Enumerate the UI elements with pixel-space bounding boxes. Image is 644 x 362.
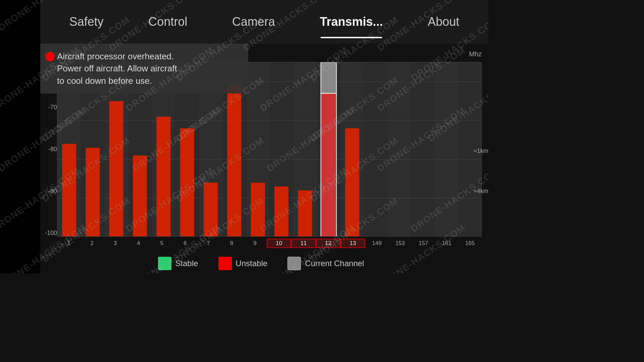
x-tick-4: 4 xyxy=(127,240,150,247)
y-tick-70: -70 xyxy=(48,104,57,111)
stable-label: Stable xyxy=(175,259,198,268)
x-tick-2: 2 xyxy=(80,240,103,247)
x-tick-12: 12 xyxy=(316,239,340,248)
x-tick-3: 3 xyxy=(104,240,127,247)
svg-rect-15 xyxy=(86,148,100,236)
nav-camera[interactable]: Camera xyxy=(225,11,282,32)
nav-safety[interactable]: Safety xyxy=(63,11,110,32)
nav-about[interactable]: About xyxy=(421,11,466,32)
x-tick-149: 149 xyxy=(365,240,388,247)
x-tick-153: 153 xyxy=(388,240,412,247)
alert-banner: Aircraft processor overheated. Power off… xyxy=(40,44,248,94)
nav-control[interactable]: Control xyxy=(142,11,194,32)
svg-rect-18 xyxy=(156,117,170,236)
nav-bar: Safety Control Camera Transmis... About xyxy=(40,0,488,44)
x-axis: 12345678910111213149153157161165 xyxy=(57,237,482,250)
legend-unstable: Unstable xyxy=(218,257,268,270)
legend-stable: Stable xyxy=(158,257,198,270)
x-tick-10: 10 xyxy=(267,239,291,248)
y-tick-90: -90 xyxy=(48,188,57,195)
range-1km-label: ≈1km xyxy=(474,147,488,155)
x-tick-1: 1 xyxy=(57,240,80,247)
mhz-label: Mhz xyxy=(469,50,482,58)
svg-rect-14 xyxy=(62,144,76,236)
x-tick-11: 11 xyxy=(291,239,316,248)
svg-rect-12 xyxy=(388,62,411,236)
x-tick-13: 13 xyxy=(340,239,365,248)
svg-rect-23 xyxy=(274,186,288,236)
x-tick-6: 6 xyxy=(173,240,197,247)
svg-rect-20 xyxy=(204,183,218,236)
x-tick-165: 165 xyxy=(458,240,481,247)
stable-swatch xyxy=(158,257,171,270)
svg-rect-22 xyxy=(251,183,265,236)
x-tick-161: 161 xyxy=(435,240,458,247)
current-label: Current Channel xyxy=(305,259,364,268)
x-tick-9: 9 xyxy=(244,240,267,247)
svg-rect-27 xyxy=(345,128,359,236)
current-swatch xyxy=(287,257,301,270)
svg-rect-19 xyxy=(180,128,194,236)
legend-current: Current Channel xyxy=(287,257,364,270)
svg-rect-16 xyxy=(109,101,123,236)
range-4km-label: ≈4km xyxy=(474,188,488,195)
svg-rect-26 xyxy=(321,94,336,236)
y-tick-100: -100 xyxy=(45,230,57,237)
legend: Stable Unstable Current Channel xyxy=(40,257,482,270)
nav-transmission[interactable]: Transmis... xyxy=(313,11,390,32)
svg-rect-25 xyxy=(321,62,336,94)
svg-rect-13 xyxy=(435,62,458,236)
svg-rect-21 xyxy=(227,85,241,236)
unstable-swatch xyxy=(218,257,232,270)
x-tick-8: 8 xyxy=(220,240,243,247)
unstable-label: Unstable xyxy=(236,259,268,268)
svg-rect-17 xyxy=(133,156,147,236)
x-tick-157: 157 xyxy=(412,240,435,247)
alert-dot xyxy=(45,52,55,61)
left-panel xyxy=(0,0,40,274)
svg-rect-24 xyxy=(298,190,312,236)
alert-text: Aircraft processor overheated. Power off… xyxy=(57,50,241,87)
x-tick-5: 5 xyxy=(150,240,173,247)
x-tick-7: 7 xyxy=(197,240,220,247)
y-tick-80: -80 xyxy=(48,146,57,153)
